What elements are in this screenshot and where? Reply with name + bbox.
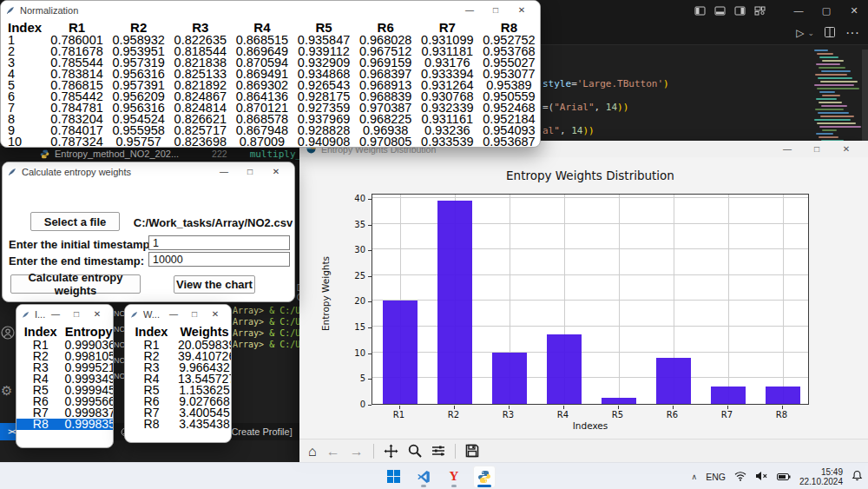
volume-muted-icon[interactable]: [755, 469, 768, 485]
y-tick-mark: [368, 354, 372, 354]
normalization-maximize-button[interactable]: □: [483, 1, 509, 19]
bar-R4: [547, 334, 582, 404]
language-indicator[interactable]: ENG: [706, 472, 726, 482]
chart-close-button[interactable]: ✕: [832, 144, 861, 154]
vscode-close-button[interactable]: ✕: [840, 0, 868, 22]
vscode-minimize-button[interactable]: —: [785, 0, 812, 22]
normalization-close-button[interactable]: ✕: [509, 1, 535, 19]
tk-feather-icon: [22, 307, 30, 322]
run-python-icon[interactable]: ▷: [796, 27, 804, 39]
y-tick-label: 40: [343, 194, 365, 203]
tab-entropy-method[interactable]: Entropy_method_NO2_202...: [55, 149, 179, 159]
battery-icon[interactable]: [777, 469, 791, 485]
zoom-icon[interactable]: [408, 444, 422, 458]
back-icon[interactable]: ←: [326, 439, 340, 463]
x-tick-mark: [673, 406, 674, 409]
x-tick-mark: [454, 406, 455, 409]
hidden-icons-chevron[interactable]: ∧: [692, 472, 698, 481]
toggle-secondary-sidebar-icon[interactable]: [734, 5, 746, 17]
initial-timestamp-input[interactable]: [148, 235, 290, 250]
entropy-table-close-button[interactable]: ✕: [87, 305, 108, 323]
table-cell: 0.970805: [355, 136, 417, 148]
bar-R6: [656, 358, 691, 405]
entropy-tool-title: Calculate entropy weights: [22, 167, 211, 177]
entropy-table: IndexEntropyR10.999036R20.998105R30.9995…: [16, 323, 113, 430]
calculate-entropy-weights-button[interactable]: Calculate entropy weights: [10, 274, 141, 294]
forward-icon[interactable]: →: [350, 439, 364, 463]
weights-table-close-button[interactable]: ✕: [205, 305, 226, 323]
taskbar-yandex-button[interactable]: Y: [443, 466, 465, 488]
entropy-tool-close-button[interactable]: ✕: [263, 162, 289, 181]
bar-R2: [437, 201, 472, 404]
table-cell: 0.999835: [65, 419, 114, 430]
view-chart-button[interactable]: View the chart: [174, 275, 255, 294]
start-button[interactable]: [382, 466, 404, 488]
gridline: [728, 195, 729, 404]
table-cell: 0.933539: [417, 136, 478, 148]
notifications-bell-icon[interactable]: [852, 469, 863, 485]
save-icon[interactable]: [465, 444, 479, 458]
matplotlib-toolbar: ⌂ ← →: [299, 439, 868, 462]
taskbar-vscode-button[interactable]: [412, 466, 435, 488]
activity-bar: ⚙: [1, 326, 16, 439]
tray-time: 15:49: [799, 467, 843, 477]
end-timestamp-input[interactable]: [148, 252, 290, 267]
weights-table: IndexWeightsR120.059839R239.410726R39.96…: [125, 323, 231, 430]
split-editor-icon[interactable]: [825, 25, 835, 41]
more-actions-icon[interactable]: ···: [845, 25, 859, 41]
run-dropdown-icon[interactable]: ⌄: [807, 29, 814, 37]
accounts-icon[interactable]: [1, 326, 16, 343]
table-cell: 0.940908: [293, 136, 355, 148]
normalization-window: Normalization — □ ✕ IndexR1R2R3R4R5R6R7R…: [0, 0, 541, 148]
subplots-config-icon[interactable]: [431, 445, 445, 457]
wifi-icon[interactable]: [734, 469, 746, 485]
chart-maximize-button[interactable]: □: [802, 144, 832, 154]
y-tick-label: 0: [343, 400, 365, 409]
pan-icon[interactable]: [384, 444, 398, 459]
settings-gear-icon[interactable]: ⚙: [1, 383, 16, 399]
initial-timestamp-label: Enter the initial timestamp:: [9, 238, 154, 251]
weights-table-minimize-button[interactable]: —: [163, 305, 184, 323]
entropy-tool-titlebar[interactable]: Calculate entropy weights — □ ✕: [3, 162, 294, 181]
code-line: style='Large.TButton'): [542, 72, 803, 96]
x-tick-label: R7: [710, 410, 745, 420]
taskbar-python-button[interactable]: [473, 466, 496, 488]
code-editor-lines[interactable]: style='Large.TButton')=("Arial", 14))al"…: [542, 72, 803, 142]
plot-area: [372, 194, 809, 405]
table-row[interactable]: 100.7873240.957570.8236980.870090.940908…: [1, 136, 540, 148]
entropy-tool-minimize-button[interactable]: —: [211, 162, 237, 181]
y-tick-mark: [368, 250, 372, 251]
y-tick-label: 30: [343, 245, 365, 254]
x-tick-mark: [563, 406, 564, 409]
home-icon[interactable]: ⌂: [308, 439, 317, 463]
entropy-table-maximize-button[interactable]: □: [66, 305, 87, 323]
toggle-sidebar-icon[interactable]: [694, 5, 706, 17]
editor-actions: ▷ ⌄ ···: [540, 22, 868, 45]
vscode-restore-button[interactable]: ▢: [812, 0, 840, 22]
y-tick-mark: [368, 199, 372, 200]
tab-badge: 222: [212, 149, 227, 159]
table-row[interactable]: R83.435438: [125, 419, 231, 430]
customize-layout-icon[interactable]: [754, 5, 766, 17]
chart-minimize-button[interactable]: —: [773, 144, 802, 154]
x-tick-label: R2: [437, 410, 471, 420]
gridline: [783, 195, 784, 404]
normalization-minimize-button[interactable]: —: [457, 1, 483, 19]
entropy-table-titlebar[interactable]: I... — □ ✕: [16, 305, 113, 323]
x-tick-label: R8: [765, 410, 799, 420]
gridline: [619, 195, 620, 404]
entropy-table-minimize-button[interactable]: —: [45, 305, 66, 323]
entropy-tool-maximize-button[interactable]: □: [237, 162, 263, 181]
table-cell: 0.953687: [478, 136, 540, 148]
table-cell: R8: [125, 419, 178, 430]
clock[interactable]: 15:49 22.10.2024: [799, 467, 843, 486]
table-cell: R8: [16, 419, 65, 430]
tk-feather-icon: [8, 164, 16, 180]
weights-table-maximize-button[interactable]: □: [184, 305, 205, 323]
select-file-button[interactable]: Select a file: [30, 212, 120, 231]
normalization-titlebar[interactable]: Normalization — □ ✕: [1, 1, 540, 19]
table-row[interactable]: R80.999835: [16, 419, 113, 430]
weights-table-titlebar[interactable]: W... — □ ✕: [125, 305, 231, 323]
toggle-panel-icon[interactable]: [714, 5, 726, 17]
end-timestamp-label: Enter the end timestamp:: [9, 254, 144, 268]
